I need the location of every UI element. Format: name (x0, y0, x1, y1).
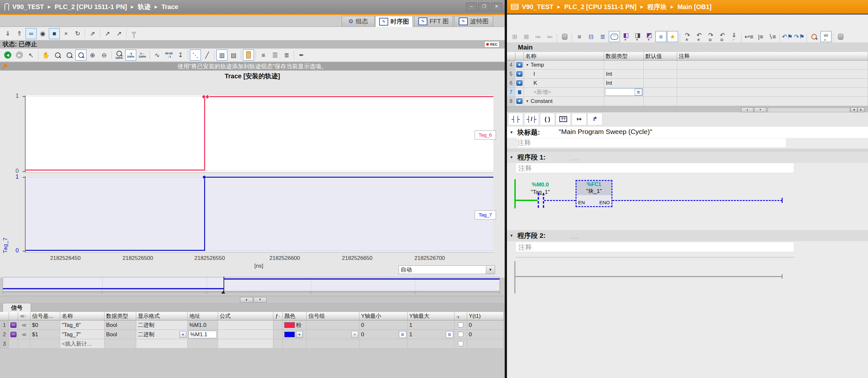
breadcrumb-project[interactable]: V90_TEST (522, 3, 554, 11)
legend-right-icon[interactable]: ≣ (281, 50, 292, 60)
add-row-icon[interactable]: ≕ (544, 31, 555, 42)
zoom-dynamic-icon[interactable] (64, 50, 75, 60)
speaker-icon[interactable]: ≪ (22, 320, 27, 330)
bookmark-next-icon[interactable]: ↷⚑ (794, 31, 805, 42)
export-trace-icon[interactable]: ↗ (102, 28, 113, 39)
remove-separator-icon[interactable]: ∖≡ (767, 31, 778, 42)
zoom-move-icon[interactable] (75, 50, 86, 60)
iface-row-i[interactable]: 5 ◆ I Int (507, 69, 868, 79)
tab-configuration[interactable]: ⚙ 组态 (342, 16, 375, 27)
ymax-list-button[interactable]: ≣ (446, 331, 453, 338)
tag7-legend-chip[interactable]: Tag_7 (474, 210, 496, 220)
signal-row-tag6[interactable]: 1 01 ≪ $0 "Tag_6" Bool 二进制 %M1.0 粉 0 1 0 (0, 320, 504, 330)
tab-fft-diagram[interactable]: ∿ FFT 图 (414, 16, 453, 27)
collapse-arrow-icon[interactable]: ▼ (509, 130, 514, 135)
speaker-column-icon[interactable]: ≪· (18, 312, 30, 320)
ruler-icon[interactable] (243, 50, 254, 60)
find-replace-icon[interactable] (809, 31, 820, 42)
block-title-row[interactable]: ▼ 块标题: "Main Program Sweep (Cycle)" (507, 127, 868, 138)
bookmark-previous-icon[interactable]: ↶⚑ (782, 31, 793, 42)
contact-bar-icon[interactable] (538, 193, 539, 208)
format-dropdown-button[interactable]: ▼ (180, 331, 186, 338)
network-collapse-icon[interactable]: ≡ (655, 31, 666, 42)
horizontal-grid-icon[interactable]: ▤ (228, 50, 239, 60)
horizontal-scrollbar[interactable] (768, 108, 850, 112)
iface-row-constant[interactable]: 8 ▣ ▼Constant (507, 97, 868, 106)
redo-card-icon[interactable]: ↷▤ (705, 31, 716, 42)
record-icon[interactable]: ◉ (37, 28, 48, 39)
zoom-in-icon[interactable]: ⊕ (87, 50, 98, 60)
comments-icon[interactable]: ⋯ (609, 31, 620, 42)
fc-block-name[interactable]: "块_1" (577, 187, 612, 195)
legend-list-icon[interactable]: ≡ (258, 50, 269, 60)
tag6-legend-chip[interactable]: Tag_6 (474, 130, 496, 140)
col-ymin[interactable]: Y轴最小 (360, 312, 408, 320)
block-title-value[interactable]: "Main Program Sweep (Cycle)" (559, 128, 652, 136)
tab-bode-diagram[interactable]: ∿ 波特图 (454, 16, 493, 27)
pan-hand-icon[interactable]: ✋ (40, 50, 52, 60)
undo-zoom-icon[interactable]: ◀ (2, 50, 13, 60)
favorites-icon[interactable]: ★ (667, 31, 678, 42)
color-swatch[interactable] (284, 332, 295, 337)
restore-button[interactable]: ❐ (478, 3, 490, 11)
timebase-select[interactable]: 自动 ▼ (399, 265, 495, 274)
col-name[interactable]: 名称 (60, 312, 104, 320)
address-input[interactable]: %M1.1 (189, 331, 217, 338)
tab-signals[interactable]: 信号 (3, 303, 31, 312)
col-default[interactable]: 默认值 (644, 52, 677, 60)
delete-network-icon[interactable]: ⊠ (521, 31, 532, 42)
y-scale-checkbox[interactable] (458, 341, 463, 346)
overview-cursor[interactable] (223, 277, 224, 292)
formula-column-icon[interactable]: ƒ· (273, 312, 283, 320)
minimize-button[interactable]: ─ (466, 3, 477, 11)
tab-time-diagram[interactable]: ∿ 时序图 (375, 16, 413, 27)
network1-header[interactable]: ▼ 程序段 1: ..... (507, 152, 868, 163)
insert-network-icon[interactable]: ⊞ (509, 31, 520, 42)
splitter-collapse-down-button[interactable]: ▼ (254, 297, 267, 302)
color-cell[interactable]: ▼ (283, 330, 307, 339)
y-100-icon[interactable]: ↑y100% (125, 50, 136, 60)
subplot-tag7[interactable]: Tag_7 (25, 176, 493, 253)
delete-measurement-icon[interactable]: × (61, 28, 71, 39)
open-branch-icon[interactable]: ↦ (572, 113, 587, 125)
zoom-select-icon[interactable] (52, 50, 63, 60)
network1-comment[interactable]: 注释 (515, 163, 794, 173)
col-address[interactable]: 地址 (188, 312, 218, 320)
data-lock-icon[interactable] (835, 31, 846, 42)
goto-network-icon[interactable]: ↩≡ (743, 31, 754, 42)
x-100-icon[interactable]: x→100% (137, 50, 148, 60)
color-cell[interactable]: 粉 (283, 320, 307, 330)
zoom-100-icon[interactable]: 100% (114, 50, 125, 60)
col-ymax[interactable]: Y轴最大 (408, 312, 455, 320)
insert-row-icon[interactable]: ≔ (532, 31, 544, 42)
cursor-select-icon[interactable]: ↖ (26, 50, 36, 60)
col-format[interactable]: 显示格式 (136, 312, 188, 320)
keep-actual-values-icon[interactable] (559, 31, 570, 42)
trace-overview-strip[interactable] (3, 277, 500, 291)
collapse-arrow-icon[interactable]: ▼ (509, 155, 514, 159)
y-scale-checkbox[interactable] (458, 332, 463, 337)
col-group[interactable]: 信号组 (307, 312, 360, 320)
col-color[interactable]: 颜色 (283, 312, 307, 320)
block-comment[interactable]: 注释 (517, 138, 786, 147)
contact-operand[interactable]: %M0.0 (521, 181, 560, 188)
breadcrumb-project[interactable]: V90_TEST (12, 3, 44, 11)
splitter-collapse-down-button[interactable]: ▼ (754, 108, 767, 112)
curve-interpolation-icon[interactable]: ∿ (152, 50, 163, 60)
breadcrumb-plc[interactable]: PLC_2 [CPU 1511-1 PN] (55, 3, 127, 11)
undo-discard-icon[interactable]: ↶⊗ (693, 31, 705, 42)
block-interface-icon[interactable]: ⊟ (586, 31, 596, 42)
stop-icon[interactable]: ■ (49, 28, 60, 39)
iface-row-new[interactable]: 7 <新增> ≣ (507, 88, 868, 97)
undo-card-icon[interactable]: ↶▤ (717, 31, 728, 42)
empty-box-icon[interactable]: ?? (556, 113, 571, 125)
insert-separator-icon[interactable]: |≡ (755, 31, 766, 42)
datatype-list-button[interactable]: ≣ (635, 89, 642, 95)
filter-icon[interactable] (128, 28, 140, 39)
monitor-on-off-icon[interactable]: ∞ (26, 28, 36, 39)
eno-pin[interactable]: ENO (599, 200, 610, 205)
breadcrumb-plc[interactable]: PLC_2 [CPU 1511-1 PN] (564, 3, 637, 11)
redo-zoom-icon[interactable]: ▶ (14, 50, 25, 60)
en-pin[interactable]: EN (578, 200, 585, 205)
network-list-icon[interactable]: ≣ (597, 31, 608, 42)
